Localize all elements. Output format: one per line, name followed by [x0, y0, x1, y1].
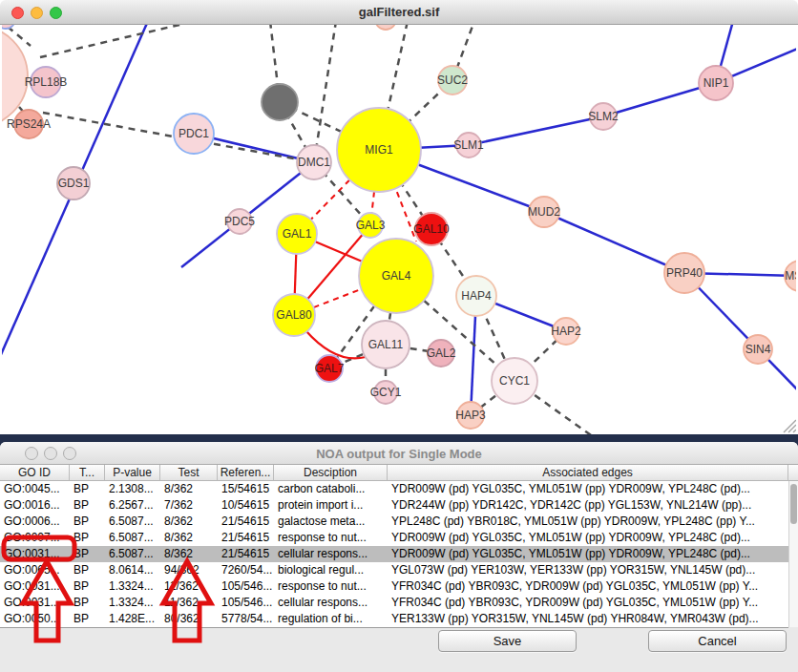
network-canvas[interactable]: RPL18BRPS24AGDS1PDC1PDC5MIG1SUC2SLM1DMC1…: [2, 25, 796, 434]
table-cell: GO:0031...: [0, 546, 70, 562]
table-header-corner: [788, 465, 798, 481]
node-label-SLM1: SLM1: [453, 138, 484, 152]
network-window: galFiltered.sif RPL18BRPS24AGDS1PDC1PDC5…: [0, 0, 798, 434]
table-cell: 6.5087...: [105, 514, 160, 530]
table-cell: GO:0050...: [0, 611, 70, 627]
table-cell: 7/362: [160, 497, 218, 514]
node-label-RPL18B: RPL18B: [25, 75, 68, 89]
table-row[interactable]: GO:0016...BP6.2567...7/36210/54615protei…: [0, 497, 788, 514]
table-cell: YFR034C (pd) YBR093C, YDR009W (pd) YGL03…: [388, 578, 788, 595]
cancel-button[interactable]: Cancel: [648, 630, 787, 652]
table-row[interactable]: GO:0045...BP2.1308...8/36215/54615carbon…: [0, 481, 788, 497]
table-cell: 21/54615: [218, 546, 274, 562]
graph-edge-rs: [305, 330, 366, 358]
noa-window-titlebar[interactable]: NOA output for Single Mode: [0, 442, 798, 465]
node-clip-top-mid[interactable]: [375, 25, 396, 30]
column-header-2[interactable]: P-value: [105, 465, 160, 481]
table-cell: GO:0007...: [0, 530, 70, 546]
table-cell: response to nut...: [274, 530, 388, 546]
table-body: GO:0045...BP2.1308...8/36215/54615carbon…: [0, 481, 788, 628]
node-label-MUD2: MUD2: [528, 205, 560, 219]
table-cell: 8/362: [160, 530, 218, 546]
table-cell: 105/546...: [218, 595, 274, 611]
node-label-GAL11: GAL11: [368, 338, 404, 351]
node-label-RPS24A: RPS24A: [7, 117, 51, 131]
graph-edge-pd: [314, 25, 336, 162]
noa-output-window: NOA output for Single Mode GO IDT...P-va…: [0, 442, 798, 672]
table-cell: response to nut...: [274, 578, 388, 595]
node-label-SLM2: SLM2: [588, 110, 619, 123]
desktop: { "top_window": { "title": "galFiltered.…: [0, 0, 798, 672]
table-cell: biological regul...: [274, 562, 388, 578]
table-cell: 8.0614...: [105, 562, 160, 578]
table-scrollbar[interactable]: [788, 481, 798, 627]
scrollbar-thumb[interactable]: [790, 484, 797, 524]
table-cell: YDR009W (pd) YGL035C, YML051W (pp) YDR00…: [388, 481, 788, 497]
column-header-4[interactable]: Referen...: [218, 465, 274, 481]
table-cell: 8/362: [160, 481, 218, 497]
node-clip-top-left[interactable]: [2, 25, 15, 29]
resize-grip-icon[interactable]: [784, 420, 796, 432]
table-cell: YDR244W (pp) YDR142C, YDR142C (pp) YGL15…: [388, 497, 788, 514]
save-button[interactable]: Save: [438, 630, 577, 652]
table-cell: 5778/54...: [218, 611, 274, 627]
column-header-0[interactable]: GO ID: [0, 465, 70, 481]
table-cell: 11/362: [160, 595, 218, 611]
graph-edge-pp: [544, 212, 684, 273]
table-row[interactable]: GO:0007...BP6.5087...8/36221/54615respon…: [0, 530, 788, 546]
node-label-PDC5: PDC5: [224, 215, 255, 228]
table-cell: carbon cataboli...: [274, 481, 388, 497]
node-label-GAL80: GAL80: [276, 308, 312, 322]
table-cell: 8/362: [160, 546, 218, 562]
node-unnamed-gray[interactable]: [262, 84, 298, 120]
node-label-GCY1: GCY1: [370, 386, 402, 399]
table-cell: cellular respons...: [274, 546, 388, 562]
table-cell: GO:0031...: [0, 578, 70, 595]
table-cell: 15/54615: [218, 481, 274, 497]
window-title: NOA output for Single Mode: [0, 447, 798, 461]
node-label-HAP4: HAP4: [461, 289, 492, 303]
table-cell: BP: [70, 595, 105, 611]
network-canvas-area: RPL18BRPS24AGDS1PDC1PDC5MIG1SUC2SLM1DMC1…: [2, 25, 796, 434]
column-header-1[interactable]: T...: [70, 465, 105, 481]
table-cell: YDR009W (pd) YGL035C, YML051W (pp) YDR00…: [388, 546, 788, 562]
node-label-SUC2: SUC2: [437, 74, 468, 87]
node-label-NIP1: NIP1: [704, 76, 729, 90]
table-row[interactable]: GO:0031...BP6.5087...8/36221/54615cellul…: [0, 546, 788, 562]
table-cell: BP: [70, 611, 105, 627]
table-cell: YDR009W (pd) YGL035C, YML051W (pp) YDR00…: [388, 530, 788, 546]
column-header-3[interactable]: Test: [160, 465, 218, 481]
node-label-GAL10: GAL10: [413, 222, 450, 236]
table-row[interactable]: GO:0065...BP8.0614...94/3627260/54...bio…: [0, 562, 788, 578]
table-cell: BP: [70, 530, 105, 546]
table-row[interactable]: GO:0031...BP1.3324...11/362105/546...res…: [0, 578, 788, 595]
table-cell: 21/54615: [218, 530, 274, 546]
table-cell: 2.1308...: [105, 481, 160, 497]
table-cell: 94/362: [160, 562, 218, 578]
node-label-DMC1: DMC1: [298, 156, 330, 169]
table-cell: YFR034C (pd) YBR093C, YDR009W (pd) YGL03…: [388, 595, 788, 611]
table-row[interactable]: GO:0031...BP1.3324...11/362105/546...cel…: [0, 595, 788, 611]
node-label-PRP40: PRP40: [666, 266, 703, 280]
table-row[interactable]: GO:0050...BP1.428E...80/3625778/54...reg…: [0, 611, 788, 627]
table-cell: BP: [70, 481, 105, 497]
table-cell: 1.3324...: [105, 595, 160, 611]
node-label-GAL3: GAL3: [356, 219, 386, 232]
table-cell: 7260/54...: [218, 562, 274, 578]
table-row[interactable]: GO:0006...BP6.5087...8/36221/54615galact…: [0, 514, 788, 530]
graph-edge-pd: [40, 25, 196, 57]
network-window-titlebar[interactable]: galFiltered.sif: [0, 0, 798, 25]
node-label-MSL1: MSL1: [785, 269, 796, 283]
node-label-PDC1: PDC1: [178, 127, 209, 140]
table-cell: 10/54615: [218, 497, 274, 514]
table-cell: regulation of bi...: [274, 611, 388, 627]
node-label-GDS1: GDS1: [58, 177, 90, 190]
table-cell: protein import i...: [274, 497, 388, 514]
node-label-CYC1: CYC1: [499, 374, 530, 388]
column-header-6[interactable]: Associated edges: [388, 465, 788, 481]
node-label-GAL4: GAL4: [382, 269, 411, 283]
node-label-GAL2: GAL2: [427, 346, 456, 360]
column-header-5[interactable]: Desciption: [274, 465, 388, 481]
table-cell: BP: [70, 514, 105, 530]
node-label-GAL1: GAL1: [283, 227, 312, 241]
